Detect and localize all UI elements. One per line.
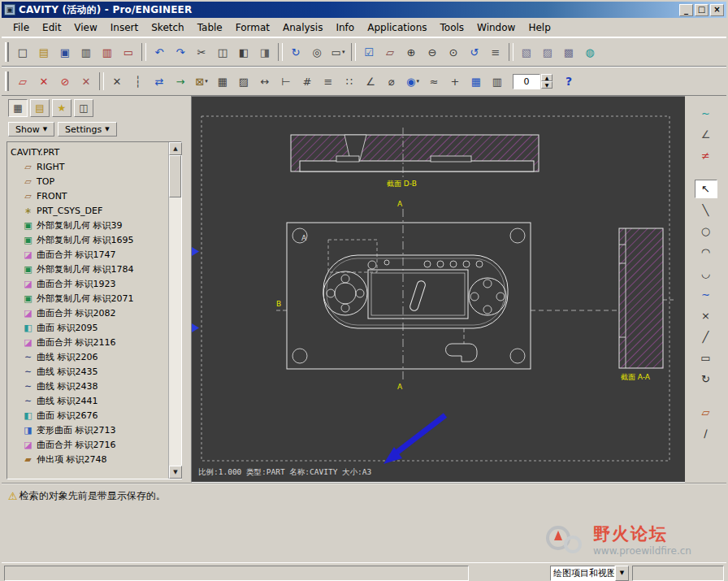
tree-item[interactable]: ◧ 曲面 标识2676 [11, 409, 168, 423]
select-filter-icon[interactable]: ▭▾ [328, 43, 348, 62]
tree-item[interactable]: ∼ 曲线 标识2206 [11, 350, 168, 365]
maximize-button[interactable]: □ [695, 4, 708, 16]
erase-display-icon[interactable]: ▭ [119, 43, 138, 62]
new-file-icon[interactable]: □ [13, 43, 32, 62]
line-tool-icon[interactable]: ╲ [695, 201, 717, 219]
snap-line-icon[interactable]: ┆ [128, 72, 148, 91]
tree-item[interactable]: ▱ TOP [11, 175, 168, 189]
tree-item[interactable]: ◨ 变形曲面 标识2713 [11, 423, 168, 438]
saved-views-icon[interactable]: ◍ [580, 43, 600, 62]
geom-tol-icon[interactable]: ⌀ [382, 72, 401, 91]
undo-icon[interactable]: ↶ [150, 43, 169, 62]
close-button[interactable]: × [710, 4, 724, 16]
datum-planes-icon[interactable]: ▱ [380, 43, 400, 62]
point-tool-icon[interactable]: × [695, 306, 717, 325]
combo-value[interactable]: 绘图项目和视图 [550, 566, 615, 581]
tree-item[interactable]: ∗ PRT_CSYS_DEF [11, 204, 168, 219]
show-menu-button[interactable]: Show▼ [8, 122, 54, 137]
print-icon[interactable]: ▥ [76, 43, 96, 62]
balloon-note-icon[interactable]: ◉▾ [403, 72, 422, 91]
rotate-tool-icon[interactable]: ↻ [695, 370, 717, 388]
tree-item[interactable]: ◧ 曲面 标识2095 [11, 321, 168, 336]
paste-special-icon[interactable]: ◨ [255, 43, 275, 62]
measure-icon[interactable]: ∠ [695, 125, 717, 144]
menu-item[interactable]: Sketch [145, 20, 190, 36]
toolbar-button[interactable] [278, 43, 283, 61]
tree-item[interactable]: ▣ 外部复制几何 标识39 [11, 219, 168, 233]
model-tree-root[interactable]: CAVITY.PRT [11, 145, 168, 160]
scroll-down-icon[interactable]: ▼ [169, 466, 182, 479]
tree-item[interactable]: ▱ FRONT [11, 189, 168, 204]
zoom-out-icon[interactable]: ⊖ [422, 43, 442, 62]
menu-item[interactable]: Format [229, 20, 276, 36]
tree-item[interactable]: ∼ 曲线 标识2435 [11, 365, 168, 379]
tree-item[interactable]: ▱ RIGHT [11, 160, 168, 175]
draft-circle-erase-icon[interactable]: ⊘ [55, 72, 75, 91]
folder-browser-icon[interactable]: ▤ [30, 99, 50, 117]
layers-icon[interactable]: ≡ [486, 43, 505, 62]
draft-erase-icon[interactable]: ✕ [34, 72, 54, 91]
menu-item[interactable]: Edit [36, 20, 67, 36]
menu-item[interactable]: Info [329, 20, 361, 36]
draft-parallelogram-icon[interactable]: ▱ [13, 72, 32, 91]
toolbar-grip[interactable] [5, 72, 9, 91]
context-help-button[interactable]: ? [559, 72, 578, 91]
spinner-up-icon[interactable]: ▲ [541, 74, 552, 81]
fillet-tool-icon[interactable]: ◡ [695, 264, 717, 283]
rect-tool-icon[interactable]: ▭ [695, 349, 717, 367]
insert-arrow-icon[interactable]: → [171, 72, 190, 91]
spring-curve-icon[interactable]: ~ [695, 104, 717, 123]
reference-dim-icon[interactable]: ⊢ [276, 72, 296, 91]
view-manager-icon[interactable]: ▧ [517, 43, 536, 62]
select-arrow-icon[interactable]: ↖ [695, 180, 717, 198]
menu-item[interactable]: Help [522, 20, 557, 36]
tree-item[interactable]: ▣ 外部复制几何 标识1784 [11, 262, 168, 277]
toolbar-button[interactable] [99, 72, 104, 90]
grid-icon[interactable]: # [297, 72, 317, 91]
menu-item[interactable]: Tools [434, 20, 471, 36]
combo-dropdown-icon[interactable]: ▼ [615, 566, 629, 581]
drawing-canvas[interactable]: 截面 D-B [191, 96, 688, 483]
cloud-icon[interactable]: ≈ [424, 72, 444, 91]
tree-item[interactable]: ◪ 曲面合并 标识2116 [11, 336, 168, 350]
annotate-icon[interactable]: ≠ [695, 146, 717, 165]
cut-icon[interactable]: ✂ [192, 43, 211, 62]
model-display-icon[interactable]: ▨ [538, 43, 557, 62]
tree-item[interactable]: ◪ 曲面合并 标识1747 [11, 248, 168, 262]
menu-item[interactable]: Applications [361, 20, 433, 36]
tree-item[interactable]: ◪ 曲面合并 标识2716 [11, 438, 168, 453]
arc-tool-icon[interactable]: ◠ [695, 243, 717, 262]
print-preview-icon[interactable]: ▥ [98, 43, 117, 62]
surface-region-icon[interactable]: ▱ [695, 403, 717, 422]
edge-tool-icon[interactable]: ∕ [695, 424, 717, 443]
draft-snap-icon[interactable]: ✕ [76, 72, 96, 91]
tree-item[interactable]: ▣ 外部复制几何 标识2071 [11, 292, 168, 306]
table-icon[interactable]: ▦ [213, 72, 232, 91]
table-update-icon[interactable]: ▦ [466, 72, 486, 91]
tree-item[interactable]: ▰ 伸出项 标识2748 [11, 453, 168, 467]
tree-item[interactable]: ◪ 曲面合并 标识2082 [11, 306, 168, 321]
menu-item[interactable]: Analysis [276, 20, 329, 36]
find-icon[interactable]: ◎ [307, 43, 327, 62]
scroll-up-icon[interactable]: ▲ [169, 142, 182, 155]
spinner-value[interactable]: 0 [513, 74, 540, 89]
update-sheet-icon[interactable]: ⇄ [150, 72, 169, 91]
spinner-down-icon[interactable]: ▼ [541, 81, 552, 89]
paste-icon[interactable]: ◧ [234, 43, 254, 62]
regenerate-icon[interactable]: ↻ [286, 43, 306, 62]
save-icon[interactable]: ▣ [55, 43, 75, 62]
tree-item[interactable]: ◪ 曲面合并 标识1923 [11, 277, 168, 292]
menu-item[interactable]: File [6, 20, 36, 36]
datum-display-icon[interactable]: ▩ [559, 43, 578, 62]
zoom-in-icon[interactable]: ⊕ [401, 43, 421, 62]
angle-icon[interactable]: ∠ [361, 72, 380, 91]
columns-icon[interactable]: ▥ [488, 72, 507, 91]
circle-tool-icon[interactable]: ○ [695, 222, 717, 241]
move-item-icon[interactable]: + [445, 72, 465, 91]
copy-icon[interactable]: ◫ [213, 43, 232, 62]
tree-scrollbar[interactable]: ▲ ▼ [168, 142, 181, 479]
tree-item[interactable]: ∼ 曲线 标识2438 [11, 379, 168, 394]
lock-view-icon[interactable]: ⊠▾ [192, 72, 211, 91]
open-folder-icon[interactable]: ▤ [34, 43, 54, 62]
dimension-icon[interactable]: ↔ [255, 72, 275, 91]
